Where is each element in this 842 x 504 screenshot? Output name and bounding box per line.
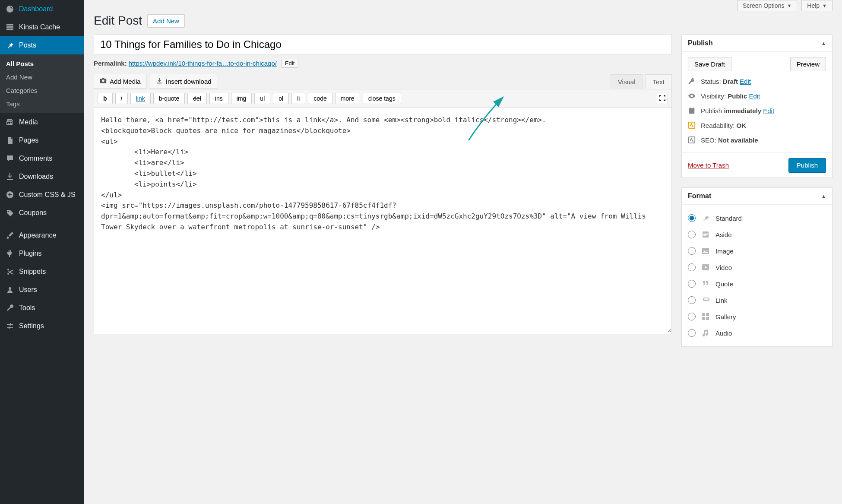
format-radio[interactable] bbox=[688, 296, 696, 304]
preview-button[interactable]: Preview bbox=[790, 57, 826, 71]
sidebar-item-posts[interactable]: Posts bbox=[0, 36, 84, 54]
sidebar-item-custom-css-js[interactable]: Custom CSS & JS bbox=[0, 186, 84, 204]
sidebar-item-label: Snippets bbox=[19, 268, 46, 276]
qt-ins-button[interactable]: ins bbox=[209, 93, 228, 104]
download-icon bbox=[155, 77, 163, 86]
edit-permalink-button[interactable]: Edit bbox=[281, 59, 298, 68]
format-radio[interactable] bbox=[688, 231, 696, 238]
svg-rect-0 bbox=[6, 24, 13, 25]
sidebar-item-media[interactable]: Media bbox=[0, 113, 84, 131]
sidebar-item-settings[interactable]: Settings bbox=[0, 317, 84, 335]
svg-rect-13 bbox=[702, 313, 705, 316]
downloads-icon bbox=[5, 172, 15, 181]
svg-rect-15 bbox=[702, 317, 705, 320]
format-radio[interactable] bbox=[688, 263, 696, 271]
page-title: Edit Post bbox=[94, 14, 142, 28]
format-label: Gallery bbox=[715, 313, 736, 320]
sidebar-item-coupons[interactable]: Coupons bbox=[0, 204, 84, 222]
insert-download-button[interactable]: Insert download bbox=[150, 74, 217, 89]
qt-bquote-button[interactable]: b-quote bbox=[153, 93, 185, 104]
format-option-standard[interactable]: Standard bbox=[688, 210, 826, 226]
format-option-quote[interactable]: Quote bbox=[688, 276, 826, 292]
format-radio[interactable] bbox=[688, 214, 696, 222]
edit-schedule-link[interactable]: Edit bbox=[763, 107, 774, 114]
admin-sidebar: Dashboard Kinsta Cache Posts All Posts A… bbox=[0, 0, 84, 504]
screen-options-button[interactable]: Screen Options ▼ bbox=[737, 0, 797, 11]
top-bar: Screen Options ▼ Help ▼ bbox=[94, 0, 833, 11]
format-option-aside[interactable]: Aside bbox=[688, 226, 826, 243]
cache-icon bbox=[5, 22, 15, 32]
sidebar-item-label: Appearance bbox=[19, 231, 56, 239]
format-label: Audio bbox=[715, 330, 732, 337]
move-to-trash-link[interactable]: Move to Trash bbox=[688, 162, 729, 169]
tab-text[interactable]: Text bbox=[645, 74, 672, 89]
sidebar-item-pages[interactable]: Pages bbox=[0, 131, 84, 149]
sidebar-item-users[interactable]: Users bbox=[0, 281, 84, 299]
qt-code-button[interactable]: code bbox=[308, 93, 332, 104]
format-option-link[interactable]: Link bbox=[688, 292, 826, 308]
format-option-gallery[interactable]: Gallery bbox=[688, 308, 826, 325]
qt-link-button[interactable]: link bbox=[130, 93, 151, 104]
add-new-button[interactable]: Add New bbox=[147, 14, 185, 28]
format-radio[interactable] bbox=[688, 313, 696, 320]
sidebar-item-label: Users bbox=[19, 286, 37, 294]
format-metabox: Format ▲ StandardAsideImageVideoQuoteLin… bbox=[681, 187, 833, 347]
format-label: Video bbox=[715, 264, 732, 271]
format-radio[interactable] bbox=[688, 329, 696, 337]
qt-italic-button[interactable]: i bbox=[115, 93, 128, 104]
users-icon bbox=[5, 285, 15, 295]
standard-format-icon bbox=[701, 213, 710, 223]
save-draft-button[interactable]: Save Draft bbox=[688, 57, 731, 71]
format-label: Aside bbox=[715, 231, 732, 238]
sidebar-sub-categories[interactable]: Categories bbox=[0, 84, 84, 97]
format-metabox-toggle[interactable]: Format ▲ bbox=[682, 188, 832, 205]
format-radio[interactable] bbox=[688, 247, 696, 255]
sidebar-item-plugins[interactable]: Plugins bbox=[0, 244, 84, 263]
chevron-down-icon: ▼ bbox=[822, 3, 827, 8]
sidebar-sub-tags[interactable]: Tags bbox=[0, 97, 84, 111]
sidebar-sub-all-posts[interactable]: All Posts bbox=[0, 57, 84, 70]
sidebar-item-label: Plugins bbox=[19, 250, 41, 257]
qt-closetags-button[interactable]: close tags bbox=[363, 93, 401, 104]
qt-ul-button[interactable]: ul bbox=[254, 93, 270, 104]
yoast-readability-icon bbox=[688, 121, 696, 129]
publish-metabox-toggle[interactable]: Publish ▲ bbox=[682, 35, 832, 52]
content-textarea[interactable] bbox=[94, 108, 671, 333]
sidebar-item-tools[interactable]: Tools bbox=[0, 299, 84, 317]
format-option-image[interactable]: Image bbox=[688, 243, 826, 259]
publish-button[interactable]: Publish bbox=[788, 158, 826, 172]
add-media-button[interactable]: Add Media bbox=[94, 74, 146, 89]
qt-ol-button[interactable]: ol bbox=[273, 93, 289, 104]
sidebar-item-snippets[interactable]: Snippets bbox=[0, 263, 84, 281]
fullscreen-button[interactable] bbox=[657, 93, 668, 104]
help-button[interactable]: Help ▼ bbox=[801, 0, 833, 11]
sidebar-item-downloads[interactable]: Downloads bbox=[0, 168, 84, 186]
tag-icon bbox=[5, 208, 15, 218]
edit-status-link[interactable]: Edit bbox=[740, 78, 751, 85]
post-title-input[interactable] bbox=[94, 35, 672, 54]
chevron-up-icon: ▲ bbox=[821, 193, 826, 199]
sidebar-item-comments[interactable]: Comments bbox=[0, 149, 84, 168]
qt-del-button[interactable]: del bbox=[187, 93, 207, 104]
publish-title: Publish bbox=[688, 39, 713, 47]
svg-rect-14 bbox=[706, 313, 709, 316]
sidebar-item-dashboard[interactable]: Dashboard bbox=[0, 0, 84, 18]
sliders-icon bbox=[5, 321, 15, 331]
qt-img-button[interactable]: img bbox=[231, 93, 252, 104]
aside-format-icon bbox=[701, 230, 710, 239]
permalink-link[interactable]: https://wpdev.ink/10-things-for-fa…to-do… bbox=[129, 60, 277, 67]
format-option-audio[interactable]: Audio bbox=[688, 325, 826, 341]
format-radio[interactable] bbox=[688, 280, 696, 288]
format-label: Quote bbox=[715, 280, 733, 288]
svg-point-4 bbox=[9, 287, 11, 290]
tab-visual[interactable]: Visual bbox=[611, 74, 643, 89]
sidebar-item-kinsta-cache[interactable]: Kinsta Cache bbox=[0, 18, 84, 36]
audio-format-icon bbox=[701, 328, 710, 338]
qt-more-button[interactable]: more bbox=[335, 93, 360, 104]
sidebar-item-appearance[interactable]: Appearance bbox=[0, 226, 84, 244]
sidebar-sub-add-new[interactable]: Add New bbox=[0, 70, 84, 84]
format-option-video[interactable]: Video bbox=[688, 259, 826, 276]
qt-li-button[interactable]: li bbox=[291, 93, 305, 104]
qt-bold-button[interactable]: b bbox=[98, 93, 113, 104]
edit-visibility-link[interactable]: Edit bbox=[749, 92, 760, 100]
